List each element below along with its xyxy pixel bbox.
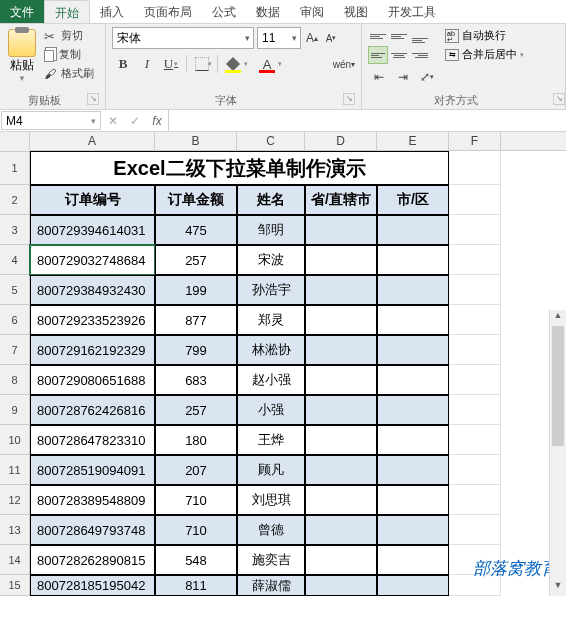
tab-insert[interactable]: 插入 xyxy=(90,0,134,23)
cell[interactable]: 800728262890815 xyxy=(30,545,155,575)
row-header-9[interactable]: 9 xyxy=(0,395,29,425)
cell[interactable]: 800729080651688 xyxy=(30,365,155,395)
cell[interactable]: 800728519094091 xyxy=(30,455,155,485)
tab-dev[interactable]: 开发工具 xyxy=(378,0,446,23)
cell[interactable] xyxy=(449,305,501,335)
bold-button[interactable]: B xyxy=(112,53,134,75)
row-header-15[interactable]: 15 xyxy=(0,575,29,596)
cell[interactable]: 宋波 xyxy=(237,245,305,275)
cell[interactable]: 257 xyxy=(155,245,237,275)
tab-data[interactable]: 数据 xyxy=(246,0,290,23)
row-header-4[interactable]: 4 xyxy=(0,245,29,275)
border-button[interactable]: ▾ xyxy=(191,53,213,75)
cell[interactable] xyxy=(449,215,501,245)
font-family-select[interactable]: 宋体 xyxy=(112,27,254,49)
cell[interactable] xyxy=(377,575,449,596)
align-bottom-button[interactable] xyxy=(410,27,430,45)
cell[interactable]: 施奕吉 xyxy=(237,545,305,575)
merge-center-button[interactable]: ⇆合并后居中▾ xyxy=(444,46,525,63)
align-center-button[interactable] xyxy=(389,46,409,64)
decrease-indent-button[interactable]: ⇤ xyxy=(368,67,390,87)
increase-font-button[interactable]: A▴ xyxy=(304,27,320,49)
cancel-formula-button[interactable]: ✕ xyxy=(102,114,124,128)
header-cell[interactable]: 姓名 xyxy=(237,185,305,215)
underline-button[interactable]: U▾ xyxy=(160,53,182,75)
cell[interactable]: 郑灵 xyxy=(237,305,305,335)
row-header-12[interactable]: 12 xyxy=(0,485,29,515)
row-header-1[interactable]: 1 xyxy=(0,151,29,185)
row-header-10[interactable]: 10 xyxy=(0,425,29,455)
cell[interactable] xyxy=(377,485,449,515)
cell[interactable] xyxy=(449,275,501,305)
cell[interactable]: 800729233523926 xyxy=(30,305,155,335)
fill-color-button[interactable]: ▾ xyxy=(222,53,244,75)
cell[interactable] xyxy=(305,455,377,485)
cells-area[interactable]: Excel二级下拉菜单制作演示订单编号订单金额姓名省/直辖市市/区8007293… xyxy=(30,151,501,596)
cell[interactable]: 800728389548809 xyxy=(30,485,155,515)
cell[interactable] xyxy=(377,245,449,275)
cell[interactable]: 710 xyxy=(155,485,237,515)
row-header-6[interactable]: 6 xyxy=(0,305,29,335)
cell[interactable] xyxy=(377,515,449,545)
cell[interactable] xyxy=(449,245,501,275)
tab-layout[interactable]: 页面布局 xyxy=(134,0,202,23)
cell[interactable] xyxy=(449,151,501,185)
col-header-E[interactable]: E xyxy=(377,132,449,150)
format-painter-button[interactable]: 格式刷 xyxy=(42,65,96,82)
cell[interactable]: 顾凡 xyxy=(237,455,305,485)
header-cell[interactable]: 订单编号 xyxy=(30,185,155,215)
increase-indent-button[interactable]: ⇥ xyxy=(392,67,414,87)
cell[interactable]: 800729162192329 xyxy=(30,335,155,365)
title-cell[interactable]: Excel二级下拉菜单制作演示 xyxy=(30,151,449,185)
cell[interactable]: 683 xyxy=(155,365,237,395)
cell[interactable] xyxy=(305,485,377,515)
cell[interactable]: 180 xyxy=(155,425,237,455)
cell[interactable] xyxy=(305,425,377,455)
cell[interactable] xyxy=(305,335,377,365)
cell[interactable]: 475 xyxy=(155,215,237,245)
paste-button[interactable]: 粘贴 ▼ xyxy=(6,27,38,85)
cell[interactable]: 800728185195042 xyxy=(30,575,155,596)
cell[interactable] xyxy=(449,185,501,215)
col-header-C[interactable]: C xyxy=(237,132,305,150)
cell[interactable] xyxy=(449,365,501,395)
align-top-button[interactable] xyxy=(368,27,388,45)
align-left-button[interactable] xyxy=(368,46,388,64)
italic-button[interactable]: I xyxy=(136,53,158,75)
tab-view[interactable]: 视图 xyxy=(334,0,378,23)
cell[interactable] xyxy=(305,515,377,545)
cell[interactable] xyxy=(377,545,449,575)
tab-formula[interactable]: 公式 xyxy=(202,0,246,23)
col-header-F[interactable]: F xyxy=(449,132,501,150)
formula-input[interactable] xyxy=(169,110,566,131)
decrease-font-button[interactable]: A▾ xyxy=(323,27,339,49)
cell[interactable]: 刘思琪 xyxy=(237,485,305,515)
cell[interactable] xyxy=(305,545,377,575)
tab-review[interactable]: 审阅 xyxy=(290,0,334,23)
row-header-8[interactable]: 8 xyxy=(0,365,29,395)
cell[interactable]: 548 xyxy=(155,545,237,575)
scroll-down-button[interactable]: ▼ xyxy=(550,580,566,596)
font-size-select[interactable]: 11 xyxy=(257,27,301,49)
cell[interactable] xyxy=(377,365,449,395)
cell[interactable]: 800729394614031 xyxy=(30,215,155,245)
tab-file[interactable]: 文件 xyxy=(0,0,44,23)
cell[interactable]: 257 xyxy=(155,395,237,425)
header-cell[interactable]: 市/区 xyxy=(377,185,449,215)
cell[interactable] xyxy=(377,455,449,485)
cell[interactable]: 林淞协 xyxy=(237,335,305,365)
header-cell[interactable]: 订单金额 xyxy=(155,185,237,215)
align-launcher[interactable]: ↘ xyxy=(553,93,565,105)
cell[interactable] xyxy=(305,365,377,395)
cell[interactable]: 800728647823310 xyxy=(30,425,155,455)
vertical-scrollbar[interactable]: ▲ ▼ xyxy=(549,310,566,596)
cell[interactable]: 孙浩宇 xyxy=(237,275,305,305)
font-launcher[interactable]: ↘ xyxy=(343,93,355,105)
cell[interactable] xyxy=(377,215,449,245)
select-all-corner[interactable] xyxy=(0,132,30,152)
cut-button[interactable]: 剪切 xyxy=(42,27,96,44)
cell[interactable] xyxy=(449,395,501,425)
cell[interactable]: 800729032748684 xyxy=(30,245,155,275)
wrap-text-button[interactable]: ab↵自动换行 xyxy=(444,27,525,44)
cell[interactable] xyxy=(377,425,449,455)
